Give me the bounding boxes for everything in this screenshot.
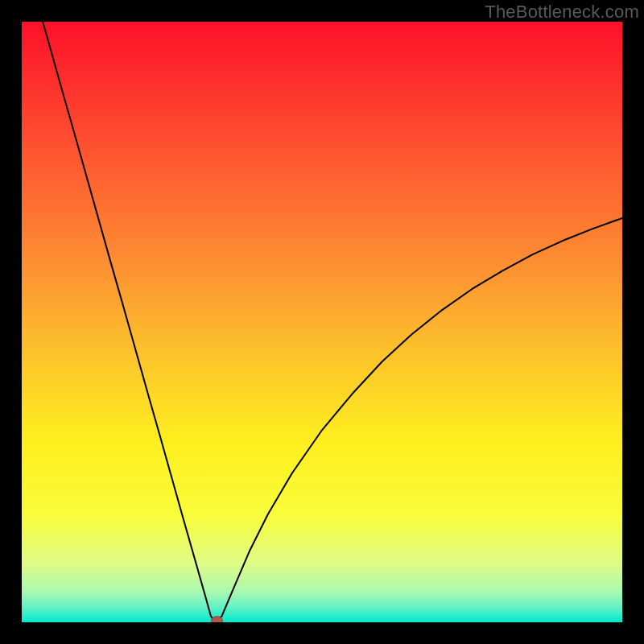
watermark-text: TheBottleneck.com	[485, 2, 639, 23]
outer-frame: TheBottleneck.com	[0, 0, 644, 644]
plot-background	[22, 22, 622, 622]
optimum-marker	[211, 617, 222, 622]
bottleneck-plot	[22, 22, 622, 622]
